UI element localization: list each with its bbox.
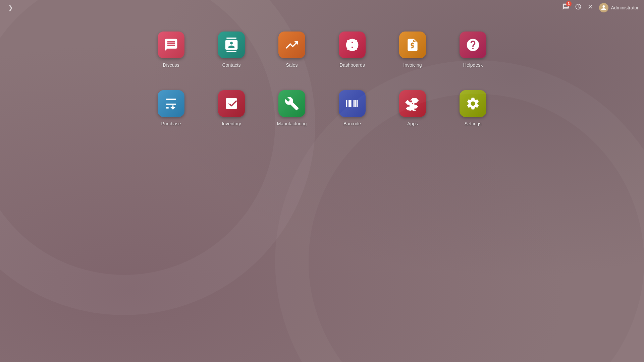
app-purchase[interactable]: Purchase bbox=[141, 79, 201, 137]
app-apps[interactable]: Apps bbox=[382, 79, 443, 137]
messages-badge: 3 bbox=[566, 1, 572, 6]
app-settings[interactable]: Settings bbox=[443, 79, 503, 137]
settings-label: Settings bbox=[465, 121, 482, 126]
topbar-right: 3 Administrator bbox=[562, 3, 639, 12]
inventory-label: Inventory bbox=[222, 121, 241, 126]
invoicing-icon-box bbox=[399, 32, 426, 58]
purchase-icon-box bbox=[158, 90, 184, 117]
helpdesk-icon-box bbox=[460, 32, 486, 58]
helpdesk-label: Helpdesk bbox=[463, 62, 483, 68]
app-barcode[interactable]: Barcode bbox=[322, 79, 382, 137]
user-name-label: Administrator bbox=[611, 5, 639, 10]
app-grid: Discuss Contacts Sales Dashboards bbox=[141, 20, 503, 137]
manufacturing-icon-box bbox=[278, 90, 305, 117]
contacts-icon-box bbox=[218, 32, 245, 58]
barcode-icon-box bbox=[339, 90, 366, 117]
app-inventory[interactable]: Inventory bbox=[201, 79, 262, 137]
contacts-label: Contacts bbox=[222, 62, 240, 68]
nav-forward-arrow[interactable]: ❯ bbox=[5, 3, 16, 13]
settings-icon-box bbox=[460, 90, 486, 117]
avatar bbox=[599, 3, 608, 12]
apps-label: Apps bbox=[407, 121, 418, 126]
app-manufacturing[interactable]: Manufacturing bbox=[262, 79, 322, 137]
close-icon[interactable] bbox=[587, 3, 594, 12]
clock-icon[interactable] bbox=[575, 3, 582, 12]
topbar: ❯ 3 Administrat bbox=[0, 0, 644, 15]
app-row-1: Discuss Contacts Sales Dashboards bbox=[141, 20, 503, 79]
svg-point-0 bbox=[351, 43, 354, 47]
dashboards-icon-box bbox=[339, 32, 366, 58]
inventory-icon-box bbox=[218, 90, 245, 117]
app-sales[interactable]: Sales bbox=[262, 20, 322, 79]
invoicing-label: Invoicing bbox=[403, 62, 422, 68]
discuss-icon-box bbox=[158, 32, 184, 58]
app-helpdesk[interactable]: Helpdesk bbox=[443, 20, 503, 79]
dashboards-label: Dashboards bbox=[339, 62, 365, 68]
sales-label: Sales bbox=[286, 62, 298, 68]
purchase-label: Purchase bbox=[161, 121, 181, 126]
sales-icon-box bbox=[278, 32, 305, 58]
apps-icon-box bbox=[399, 90, 426, 117]
app-discuss[interactable]: Discuss bbox=[141, 20, 201, 79]
user-menu[interactable]: Administrator bbox=[599, 3, 639, 12]
app-contacts[interactable]: Contacts bbox=[201, 20, 262, 79]
barcode-label: Barcode bbox=[343, 121, 361, 126]
app-invoicing[interactable]: Invoicing bbox=[382, 20, 443, 79]
manufacturing-label: Manufacturing bbox=[277, 121, 307, 126]
messages-icon[interactable]: 3 bbox=[562, 3, 570, 12]
app-dashboards[interactable]: Dashboards bbox=[322, 20, 382, 79]
app-row-2: Purchase Inventory Manufacturing Barcode bbox=[141, 79, 503, 137]
discuss-label: Discuss bbox=[163, 62, 179, 68]
topbar-left: ❯ bbox=[5, 3, 16, 13]
